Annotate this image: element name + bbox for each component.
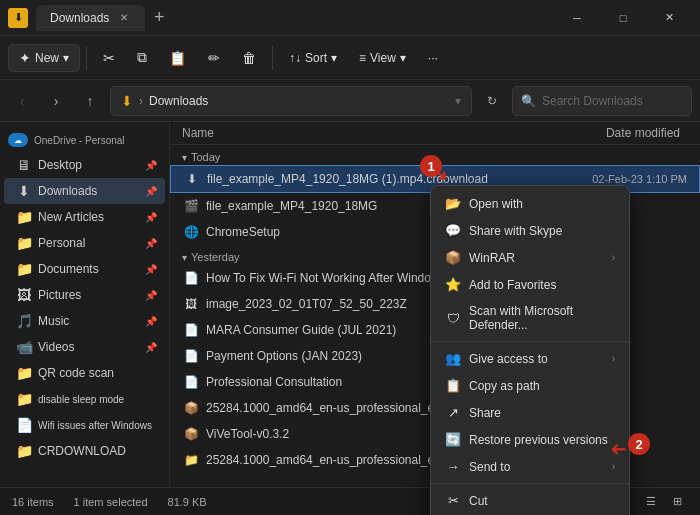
- rename-button[interactable]: ✏: [198, 45, 230, 71]
- ctx-winrar[interactable]: 📦 WinRAR ›: [431, 244, 629, 271]
- sidebar-label-qrcode: QR code scan: [38, 366, 114, 380]
- window-controls: ─ □ ✕: [554, 0, 692, 36]
- minimize-button[interactable]: ─: [554, 0, 600, 36]
- downloads-icon: ⬇: [16, 183, 32, 199]
- sort-label: Sort: [305, 51, 327, 65]
- share-icon: ↗: [445, 405, 461, 420]
- personal-icon: 📁: [16, 235, 32, 251]
- ctx-open-with[interactable]: 📂 Open with: [431, 190, 629, 217]
- cut-button[interactable]: ✂: [93, 45, 125, 71]
- tab-downloads[interactable]: Downloads ✕: [36, 5, 145, 31]
- file-list-header: Name Date modified: [170, 122, 700, 145]
- ctx-send-to[interactable]: → Send to ›: [431, 453, 629, 480]
- more-icon: ···: [428, 51, 438, 65]
- back-button[interactable]: ‹: [8, 87, 36, 115]
- sidebar-label-new-articles: New Articles: [38, 210, 104, 224]
- up-button[interactable]: ↑: [76, 87, 104, 115]
- pin-icon-5: 📌: [145, 264, 157, 275]
- music-icon: 🎵: [16, 313, 32, 329]
- sidebar-item-disablesleep[interactable]: 📁 disable sleep mode: [4, 386, 165, 412]
- annotation-badge-2: 2: [628, 433, 650, 455]
- send-icon: →: [445, 459, 461, 474]
- yesterday-chevron: ▾: [182, 252, 187, 263]
- ctx-share[interactable]: ↗ Share: [431, 399, 629, 426]
- cut-icon-ctx: ✂: [445, 493, 461, 508]
- ctx-restore-versions[interactable]: 🔄 Restore previous versions: [431, 426, 629, 453]
- new-tab-button[interactable]: +: [145, 4, 173, 32]
- documents-icon: 📁: [16, 261, 32, 277]
- file-icon-crdownload: ⬇: [183, 170, 201, 188]
- sidebar-item-documents[interactable]: 📁 Documents 📌: [4, 256, 165, 282]
- qrcode-icon: 📁: [16, 365, 32, 381]
- status-count: 16 items: [12, 496, 54, 508]
- new-button[interactable]: ✦ New ▾: [8, 44, 80, 72]
- ctx-share-skype[interactable]: 💬 Share with Skype: [431, 217, 629, 244]
- pin-icon: 📌: [145, 160, 157, 171]
- refresh-button[interactable]: ↻: [478, 87, 506, 115]
- sidebar-item-wifiissues[interactable]: 📄 Wifi issues after Windows: [4, 412, 165, 438]
- search-box[interactable]: 🔍 Search Downloads: [512, 86, 692, 116]
- toolbar-separator-2: [272, 46, 273, 70]
- sidebar-item-pictures[interactable]: 🖼 Pictures 📌: [4, 282, 165, 308]
- delete-button[interactable]: 🗑: [232, 45, 266, 71]
- pin-icon-4: 📌: [145, 238, 157, 249]
- address-path[interactable]: ⬇ › Downloads ▾: [110, 86, 472, 116]
- disablesleep-icon: 📁: [16, 391, 32, 407]
- sidebar-item-downloads[interactable]: ⬇ Downloads 📌: [4, 178, 165, 204]
- view-button[interactable]: ≡ View ▾: [349, 46, 416, 70]
- sidebar-label-personal: Personal: [38, 236, 85, 250]
- ctx-send-to-label: Send to: [469, 460, 604, 474]
- pin-icon-8: 📌: [145, 342, 157, 353]
- ctx-add-favorites[interactable]: ⭐ Add to Favorites: [431, 271, 629, 298]
- sidebar-item-videos[interactable]: 📹 Videos 📌: [4, 334, 165, 360]
- close-button[interactable]: ✕: [646, 0, 692, 36]
- annotation-badge-1: 1: [420, 155, 442, 177]
- ctx-separator-2: [431, 483, 629, 484]
- sidebar: ☁ OneDrive - Personal 🖥 Desktop 📌 ⬇ Down…: [0, 122, 170, 487]
- view-dropdown-icon: ▾: [400, 51, 406, 65]
- grid-view-button[interactable]: ⊞: [666, 491, 688, 513]
- more-button[interactable]: ···: [418, 46, 448, 70]
- sidebar-item-personal[interactable]: 📁 Personal 📌: [4, 230, 165, 256]
- new-articles-icon: 📁: [16, 209, 32, 225]
- paste-button[interactable]: 📋: [159, 45, 196, 71]
- ctx-arrow-3: ›: [612, 461, 615, 472]
- wifiissues-icon: 📄: [16, 417, 32, 433]
- list-view-button[interactable]: ☰: [640, 491, 662, 513]
- ctx-copy-path[interactable]: 📋 Copy as path: [431, 372, 629, 399]
- ctx-add-favorites-label: Add to Favorites: [469, 278, 615, 292]
- sidebar-label-music: Music: [38, 314, 69, 328]
- ctx-winrar-label: WinRAR: [469, 251, 604, 265]
- file-icon-vive: 📦: [182, 425, 200, 443]
- sidebar-item-crdownload[interactable]: 📁 CRDOWNLOAD: [4, 438, 165, 464]
- context-menu: 📂 Open with 💬 Share with Skype 📦 WinRAR …: [430, 185, 630, 515]
- ctx-give-access[interactable]: 👥 Give access to ›: [431, 345, 629, 372]
- copy-button[interactable]: ⧉: [127, 44, 157, 71]
- annotation-arrow-2: ➜: [610, 438, 627, 462]
- paste-icon: 📋: [169, 50, 186, 66]
- new-icon: ✦: [19, 50, 31, 66]
- title-bar: ⬇ Downloads ✕ + ─ □ ✕: [0, 0, 700, 36]
- sidebar-label-disablesleep: disable sleep mode: [38, 394, 124, 405]
- ctx-cut[interactable]: ✂ Cut: [431, 487, 629, 514]
- sidebar-item-music[interactable]: 🎵 Music 📌: [4, 308, 165, 334]
- sort-button[interactable]: ↑↓ Sort ▾: [279, 46, 347, 70]
- sidebar-item-desktop[interactable]: 🖥 Desktop 📌: [4, 152, 165, 178]
- restore-icon: 🔄: [445, 432, 461, 447]
- view-icon: ≡: [359, 51, 366, 65]
- copy-icon: ⧉: [137, 49, 147, 66]
- forward-button[interactable]: ›: [42, 87, 70, 115]
- app-icon: ⬇: [8, 8, 28, 28]
- ctx-cut-label: Cut: [469, 494, 615, 508]
- sort-dropdown-icon: ▾: [331, 51, 337, 65]
- file-icon-mp4: 🎬: [182, 197, 200, 215]
- sidebar-item-qrcode[interactable]: 📁 QR code scan: [4, 360, 165, 386]
- onedrive-item[interactable]: ☁ OneDrive - Personal: [0, 128, 169, 152]
- desktop-icon: 🖥: [16, 157, 32, 173]
- tab-close-button[interactable]: ✕: [117, 11, 131, 25]
- path-dropdown-icon: ▾: [455, 94, 461, 108]
- maximize-button[interactable]: □: [600, 0, 646, 36]
- ctx-scan-defender[interactable]: 🛡 Scan with Microsoft Defender...: [431, 298, 629, 338]
- sidebar-item-new-articles[interactable]: 📁 New Articles 📌: [4, 204, 165, 230]
- ctx-share-skype-label: Share with Skype: [469, 224, 615, 238]
